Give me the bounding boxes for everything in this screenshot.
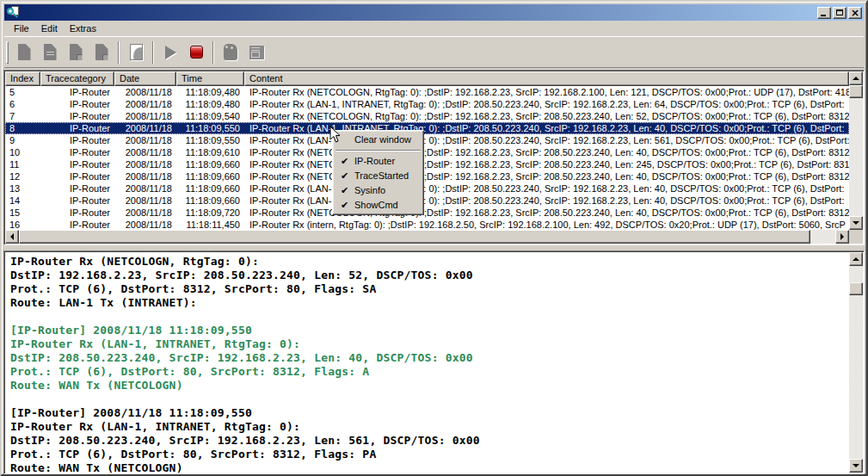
table-row[interactable]: 6 IP-Router 2008/11/18 11:18:09,480 IP-R… xyxy=(5,98,849,110)
cell-index: 15 xyxy=(5,207,40,219)
trace-line: Prot.: TCP (6), DstPort: 8312, SrcPort: … xyxy=(6,282,848,296)
cell-index: 11 xyxy=(5,158,40,170)
trace-line: Prot.: TCP (6), DstPort: 80, SrcPort: 83… xyxy=(6,448,848,461)
scroll-down-button[interactable] xyxy=(849,459,863,473)
table-row[interactable]: 10 IP-Router 2008/11/18 11:18:09,610 IP-… xyxy=(5,146,849,158)
cell-content: IP-Router Rx (intern, RtgTag: 0): ;DstIP… xyxy=(244,219,849,230)
cell-time: 11:18:09,610 xyxy=(176,146,244,158)
checkmark-icon: ✔ xyxy=(341,198,348,213)
checkmark-icon: ✔ xyxy=(341,183,348,198)
cell-date: 2008/11/18 xyxy=(114,195,176,207)
context-menu-item-label: TraceStarted xyxy=(354,170,409,181)
table-row[interactable]: 15 IP-Router 2008/11/18 11:18:09,720 IP-… xyxy=(5,207,849,219)
clear-page-button[interactable] xyxy=(123,40,149,65)
trace-line: [IP-Router] 2008/11/18 11:18:09,550 xyxy=(6,406,848,420)
menu-item[interactable]: Edit xyxy=(35,22,64,35)
table-row[interactable]: 7 IP-Router 2008/11/18 11:18:09,540 IP-R… xyxy=(5,110,849,122)
maximize-button[interactable] xyxy=(833,7,846,19)
scroll-right-button[interactable] xyxy=(835,230,849,244)
toolbar-separator xyxy=(152,41,154,64)
scroll-left-button[interactable] xyxy=(5,230,19,244)
cell-time: 11:18:09,660 xyxy=(176,158,244,170)
scrollbar-thumb[interactable] xyxy=(849,282,863,295)
scrollbar-track[interactable] xyxy=(849,85,863,216)
table-vertical-scrollbar[interactable] xyxy=(849,71,863,230)
cell-index: 5 xyxy=(5,86,40,98)
cell-category: IP-Router xyxy=(40,158,114,170)
cell-time: 11:18:09,660 xyxy=(176,182,244,195)
close-button[interactable]: × xyxy=(848,7,862,19)
title-bar[interactable]: × xyxy=(4,4,864,21)
column-header-content[interactable]: Content xyxy=(244,71,849,86)
column-header-time[interactable]: Time xyxy=(176,71,244,86)
trace-line xyxy=(6,393,848,406)
cell-index: 12 xyxy=(5,170,40,182)
column-header-index[interactable]: Index xyxy=(5,71,40,86)
detail-vertical-scrollbar[interactable] xyxy=(849,252,863,473)
app-window: × File Edit Extras Index Tracecategory xyxy=(0,0,868,476)
document-icon xyxy=(18,44,31,60)
menu-item[interactable]: Extras xyxy=(64,22,102,35)
cell-index: 10 xyxy=(5,146,40,158)
table-row[interactable]: 12 IP-Router 2008/11/18 11:18:09,660 IP-… xyxy=(5,170,849,182)
context-menu-item[interactable]: ✔Sysinfo xyxy=(335,183,422,198)
cell-date: 2008/11/18 xyxy=(114,219,176,230)
scrollbar-thumb[interactable] xyxy=(19,230,810,244)
column-header-tracecategory[interactable]: Tracecategory xyxy=(40,71,114,86)
trace-line: Route: WAN Tx (NETCOLOGN) xyxy=(6,379,848,393)
minimize-button[interactable] xyxy=(817,7,831,19)
trace-settings-button[interactable] xyxy=(243,40,269,65)
table-row[interactable]: 5 IP-Router 2008/11/18 11:18:09,480 IP-R… xyxy=(5,86,849,98)
arrow-right-icon xyxy=(840,233,844,240)
document-save-copy-icon xyxy=(95,44,108,60)
table-row[interactable]: 8 IP-Router 2008/11/18 11:18:09,550 IP-R… xyxy=(5,122,849,134)
menu-item[interactable]: File xyxy=(8,22,35,35)
context-menu-item[interactable]: ✔Clear window xyxy=(335,133,422,147)
cell-content: IP-Router Rx (NETCOLOGN, RtgTag: 0): ;Ds… xyxy=(244,86,849,98)
table-horizontal-scrollbar[interactable] xyxy=(5,230,849,244)
save-trace-copy-button[interactable] xyxy=(89,40,114,65)
trace-file-list-button[interactable] xyxy=(37,40,63,65)
column-header-date[interactable]: Date xyxy=(114,71,176,86)
toolbar-grip[interactable] xyxy=(6,41,9,64)
cell-time: 11:18:09,660 xyxy=(176,170,244,182)
stop-trace-button[interactable] xyxy=(183,40,209,65)
context-menu-item[interactable]: ✔TraceStarted xyxy=(335,169,422,183)
cell-time: 11:18:09,660 xyxy=(176,195,244,207)
cell-date: 2008/11/18 xyxy=(114,98,176,110)
document-save-icon xyxy=(70,44,83,60)
close-icon: × xyxy=(851,9,859,17)
trace-line: Route: LAN-1 Tx (INTRANET): xyxy=(6,296,848,310)
load-trace-button[interactable] xyxy=(11,40,37,65)
scroll-down-button[interactable] xyxy=(849,216,863,230)
start-trace-button[interactable] xyxy=(157,40,183,65)
menu-bar: File Edit Extras xyxy=(4,21,864,36)
copy-trace-button[interactable] xyxy=(218,40,243,65)
cell-index: 14 xyxy=(5,195,40,207)
context-menu-item[interactable]: ✔IP-Router xyxy=(335,154,422,169)
arrow-up-icon xyxy=(853,257,859,261)
cell-time: 11:18:09,480 xyxy=(176,98,244,110)
cell-time: 11:18:11,450 xyxy=(176,219,244,230)
context-menu-item[interactable]: ✔ShowCmd xyxy=(335,198,422,213)
trace-detail-pane[interactable]: IP-Router Rx (NETCOLOGN, RtgTag: 0): Dst… xyxy=(3,250,865,474)
cell-category: IP-Router xyxy=(40,110,114,122)
cell-time: 11:18:09,550 xyxy=(176,134,244,146)
trace-magnifier-icon xyxy=(6,6,20,19)
table-row[interactable]: 13 IP-Router 2008/11/18 11:18:09,660 IP-… xyxy=(5,182,849,195)
table-row[interactable]: 11 IP-Router 2008/11/18 11:18:09,660 IP-… xyxy=(5,158,849,170)
arrow-down-icon xyxy=(853,464,859,467)
scrollbar-thumb[interactable] xyxy=(849,85,863,98)
trace-detail-text: IP-Router Rx (NETCOLOGN, RtgTag: 0): Dst… xyxy=(6,255,848,473)
save-trace-button[interactable] xyxy=(63,40,89,65)
cell-time: 11:18:09,540 xyxy=(176,110,244,122)
scroll-up-button[interactable] xyxy=(849,252,863,266)
stop-icon xyxy=(190,46,203,59)
cell-time: 11:18:09,550 xyxy=(176,122,244,134)
table-row[interactable]: 16 IP-Router 2008/11/18 11:18:11,450 IP-… xyxy=(5,219,849,230)
table-row[interactable]: 14 IP-Router 2008/11/18 11:18:09,660 IP-… xyxy=(5,195,849,207)
cell-index: 8 xyxy=(5,122,40,134)
table-row[interactable]: 9 IP-Router 2008/11/18 11:18:09,550 IP-R… xyxy=(5,134,849,146)
scroll-up-button[interactable] xyxy=(849,71,863,85)
cell-date: 2008/11/18 xyxy=(114,134,176,146)
